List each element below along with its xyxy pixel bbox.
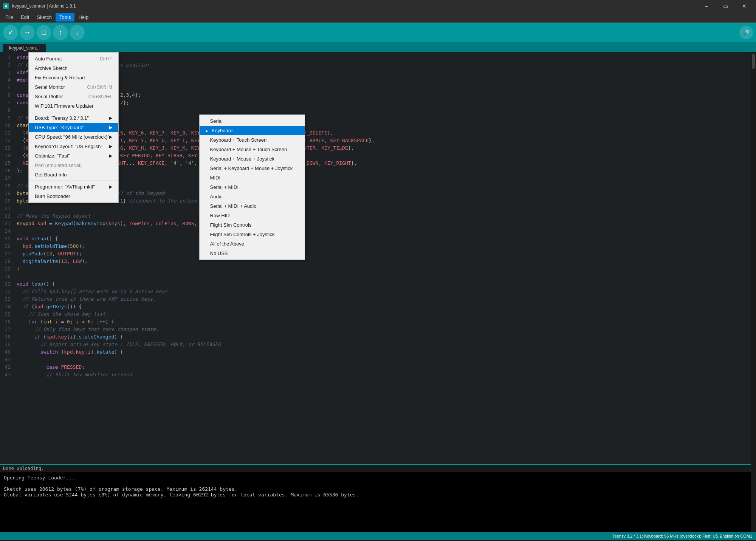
usb-serial[interactable]: Serial	[200, 116, 305, 126]
output-scrollbar-thumb[interactable]	[752, 54, 755, 69]
menu-usb-type[interactable]: USB Type: "Keyboard" ▶	[29, 123, 118, 132]
status-text: Teensy 3.2 / 3.1; Keyboard; 96 MHz (over…	[612, 534, 752, 538]
maximize-button[interactable]: ▭	[717, 0, 734, 12]
usb-no-usb[interactable]: No USB	[200, 249, 305, 258]
usb-raw-hid[interactable]: Raw HID	[200, 211, 305, 220]
menu-bar: File Edit Sketch Tools Help	[0, 12, 756, 23]
tab-bar: keypad_scan...	[0, 42, 756, 52]
separator-2	[29, 181, 118, 181]
status-bar: Teensy 3.2 / 3.1; Keyboard; 96 MHz (over…	[0, 532, 756, 540]
upload-button[interactable]: →	[20, 25, 35, 40]
usb-midi[interactable]: MIDI	[200, 173, 305, 182]
menu-sketch[interactable]: Sketch	[33, 13, 56, 22]
usb-all[interactable]: All of the Above	[200, 239, 305, 249]
output-panel: Done uploading. ▲ Opening Teensy Loader.…	[0, 464, 756, 532]
menu-serial-monitor[interactable]: Serial Monitor Ctrl+Shift+M	[29, 82, 118, 92]
menu-cpu-speed[interactable]: CPU Speed: "96 MHz (overclock)" ▶	[29, 132, 118, 142]
usb-type-submenu[interactable]: Serial ● Keyboard Keyboard + Touch Scree…	[199, 114, 305, 260]
menu-edit[interactable]: Edit	[17, 13, 33, 22]
output-line-3: Sketch uses 20612 bytes (7%) of program …	[4, 486, 752, 492]
verify-button[interactable]: ✓	[3, 25, 18, 40]
serial-monitor-button[interactable]: 🔎	[739, 26, 753, 39]
menu-fix-encoding[interactable]: Fix Encoding & Reload	[29, 73, 118, 82]
window-title: keypad_scanner | Arduino 1.8.1	[12, 3, 76, 9]
usb-audio[interactable]: Audio	[200, 192, 305, 201]
menu-archive-sketch[interactable]: Archive Sketch	[29, 63, 118, 73]
usb-keyboard-touch[interactable]: Keyboard + Touch Screen	[200, 135, 305, 145]
output-line-4: Global variables use 5244 bytes (8%) of …	[4, 492, 752, 498]
menu-optimize[interactable]: Optimize: "Fast" ▶	[29, 151, 118, 161]
menu-keyboard-layout[interactable]: Keyboard Layout: "US English" ▶	[29, 142, 118, 151]
usb-keyboard[interactable]: ● Keyboard	[200, 126, 305, 135]
menu-file[interactable]: File	[2, 13, 17, 22]
title-bar-left: A keypad_scanner | Arduino 1.8.1	[3, 3, 76, 9]
usb-serial-midi[interactable]: Serial + MIDI	[200, 182, 305, 192]
close-button[interactable]: ✕	[736, 0, 753, 12]
menu-auto-format[interactable]: Auto Format Ctrl+T	[29, 54, 118, 63]
dropdown-overlay: Auto Format Ctrl+T Archive Sketch Fix En…	[28, 52, 119, 203]
menu-burn-bootloader[interactable]: Burn Bootloader	[29, 192, 118, 201]
menu-programmer[interactable]: Programmer: "AVRisp mkII" ▶	[29, 182, 118, 192]
title-bar: A keypad_scanner | Arduino 1.8.1 – ▭ ✕	[0, 0, 756, 12]
open-button[interactable]: ↑	[53, 25, 68, 40]
usb-serial-midi-audio[interactable]: Serial + MIDI + Audio	[200, 201, 305, 211]
minimize-button[interactable]: –	[698, 0, 715, 12]
save-button[interactable]: ↓	[70, 25, 85, 40]
menu-board[interactable]: Board: "Teensy 3.2 / 3.1" ▶	[29, 113, 118, 123]
new-button[interactable]: □	[36, 25, 51, 40]
tools-dropdown[interactable]: Auto Format Ctrl+T Archive Sketch Fix En…	[28, 52, 119, 203]
line-numbers: 1234567891011121314151617181920212223242…	[0, 52, 14, 464]
output-scrollbar-v[interactable]	[751, 52, 756, 532]
menu-tools[interactable]: Tools	[56, 13, 74, 22]
separator-1	[29, 112, 118, 112]
output-header: Done uploading. ▲	[0, 465, 756, 472]
usb-keyboard-mouse-joystick[interactable]: Keyboard + Mouse + Joystick	[200, 154, 305, 164]
output-line-2	[4, 481, 752, 486]
output-line-1: Opening Teensy Loader...	[4, 475, 752, 481]
usb-flight-sim-joystick[interactable]: Flight Sim Controls + Joystick	[200, 230, 305, 239]
output-status: Done uploading.	[3, 466, 44, 471]
menu-serial-plotter[interactable]: Serial Plotter Ctrl+Shift+L	[29, 92, 118, 101]
usb-serial-keyboard-mouse-joystick[interactable]: Serial + Keyboard + Mouse + Joystick	[200, 164, 305, 173]
app-icon: A	[3, 3, 9, 9]
menu-wifi-firmware[interactable]: WiFi101 Firmware Updater	[29, 101, 118, 111]
usb-keyboard-mouse-touch[interactable]: Keyboard + Mouse + Touch Screen	[200, 145, 305, 154]
code-editor[interactable]: #include <Keypad.h> // Custom keypad sca…	[14, 52, 751, 464]
title-bar-controls: – ▭ ✕	[698, 0, 753, 12]
output-content: Opening Teensy Loader... Sketch uses 206…	[0, 472, 756, 532]
editor-tab[interactable]: keypad_scan...	[3, 44, 46, 52]
menu-port[interactable]: Port (emulated serial)	[29, 161, 118, 170]
usb-flight-sim[interactable]: Flight Sim Controls	[200, 220, 305, 230]
toolbar: ✓ → □ ↑ ↓ 🔎	[0, 23, 756, 42]
menu-help[interactable]: Help	[74, 13, 92, 22]
menu-get-board-info[interactable]: Get Board Info	[29, 170, 118, 179]
